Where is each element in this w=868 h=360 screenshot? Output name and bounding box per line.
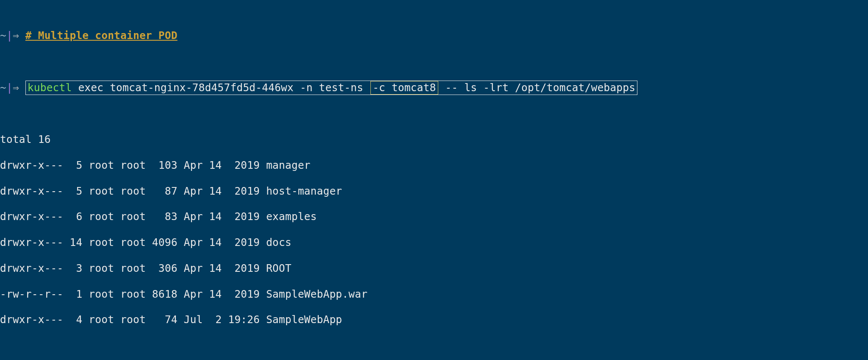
command-line-1: ~|⇒ kubectl exec tomcat-nginx-78d457fd5d…: [0, 81, 868, 95]
ls-row: drwxr-x--- 14 root root 4096 Apr 14 2019…: [0, 236, 868, 249]
command-1-box: kubectl exec tomcat-nginx-78d457fd5d-446…: [25, 81, 637, 95]
command-1-pre: exec tomcat-nginx-78d457fd5d-446wx -n te…: [72, 81, 370, 94]
ls-row: drwxr-x--- 6 root root 83 Apr 14 2019 ex…: [0, 210, 868, 223]
flag-c-text: -c tomcat8: [373, 81, 436, 94]
prompt-tilde: ~: [0, 81, 6, 94]
total-line: total 16: [0, 133, 868, 146]
flag-c-highlight: -c tomcat8: [370, 81, 438, 95]
ls-row: drwxr-x--- 3 root root 306 Apr 14 2019 R…: [0, 262, 868, 275]
ls-row: drwxr-x--- 5 root root 103 Apr 14 2019 m…: [0, 159, 868, 172]
prompt-pipe: |: [6, 81, 13, 94]
prompt-tilde: ~: [0, 29, 6, 42]
terminal[interactable]: ~|⇒ # Multiple container POD ~|⇒ kubectl…: [0, 0, 868, 360]
prompt-arrow-icon: ⇒: [13, 29, 19, 42]
ls-row: drwxr-x--- 5 root root 87 Apr 14 2019 ho…: [0, 185, 868, 198]
prompt-pipe: |: [6, 29, 13, 42]
ls-row: drwxr-x--- 4 root root 74 Jul 2 19:26 Sa…: [0, 313, 868, 326]
comment-top: # Multiple container POD: [25, 29, 178, 42]
kubectl-cmd: kubectl: [28, 81, 72, 94]
comment-line-top: ~|⇒ # Multiple container POD: [0, 29, 868, 42]
ls-row: -rw-r--r-- 1 root root 8618 Apr 14 2019 …: [0, 288, 868, 301]
command-1-post: -- ls -lrt /opt/tomcat/webapps: [439, 81, 635, 94]
prompt-arrow-icon: ⇒: [13, 81, 19, 94]
